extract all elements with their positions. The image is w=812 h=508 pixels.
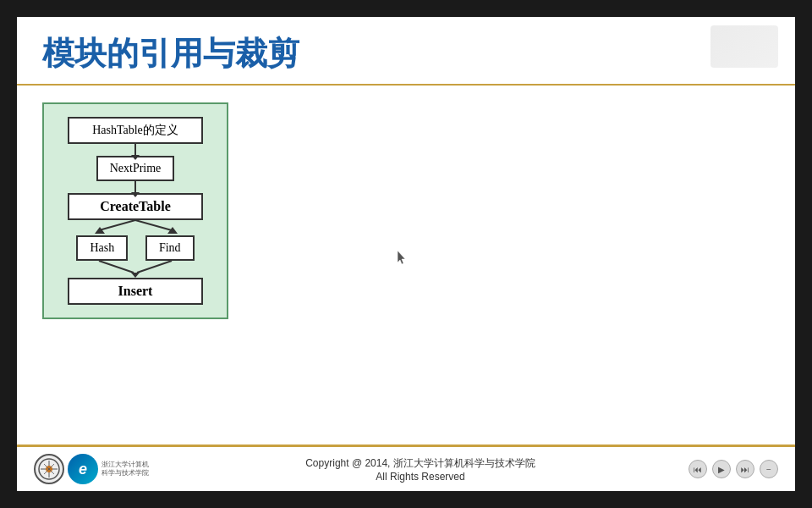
slide-content: HashTable的定义 NextPrime CreateTable: [17, 86, 795, 444]
insert-box: Insert: [68, 278, 203, 305]
copyright-line2: All Rights Reserved: [152, 471, 689, 483]
slide: 模块的引用与裁剪 HashTable的定义 NextPrime CreateTa…: [17, 17, 795, 491]
svg-marker-6: [131, 273, 140, 278]
svg-line-0: [99, 220, 135, 230]
forward-button[interactable]: ⏭: [736, 460, 754, 478]
hash-find-row: Hash Find: [68, 235, 203, 261]
footer-controls[interactable]: ⏮ ▶ ⏭ −: [689, 460, 778, 478]
rewind-button[interactable]: ⏮: [689, 460, 707, 478]
svg-line-2: [135, 220, 172, 230]
svg-line-4: [99, 261, 134, 273]
svg-line-5: [137, 261, 172, 273]
play-button[interactable]: ▶: [712, 460, 731, 478]
hash-box: Hash: [76, 235, 128, 261]
copyright-line1: Copyright @ 2014, 浙江大学计算机科学与技术学院: [152, 456, 689, 471]
minus-button[interactable]: −: [760, 460, 778, 478]
footer-logo-area: e 浙江大学计算机科学与技术学院 Copyright @ 2014, 浙江大学计…: [34, 454, 778, 484]
e-logo: e: [68, 454, 98, 484]
logo-text: 浙江大学计算机科学与技术学院: [102, 461, 152, 477]
svg-marker-1: [95, 227, 105, 234]
university-logo: [34, 454, 64, 484]
diagram: HashTable的定义 NextPrime CreateTable: [42, 102, 228, 319]
hashtable-def-box: HashTable的定义: [68, 117, 203, 144]
slide-footer: e 浙江大学计算机科学与技术学院 Copyright @ 2014, 浙江大学计…: [17, 444, 795, 491]
find-box: Find: [145, 235, 195, 261]
slide-title: 模块的引用与裁剪: [42, 32, 770, 75]
footer-logos: e 浙江大学计算机科学与技术学院: [34, 454, 152, 484]
slide-header: 模块的引用与裁剪: [17, 17, 795, 86]
footer-text-area: Copyright @ 2014, 浙江大学计算机科学与技术学院 All Rig…: [152, 456, 689, 483]
watermark: [710, 25, 778, 68]
mouse-cursor: [398, 251, 408, 266]
